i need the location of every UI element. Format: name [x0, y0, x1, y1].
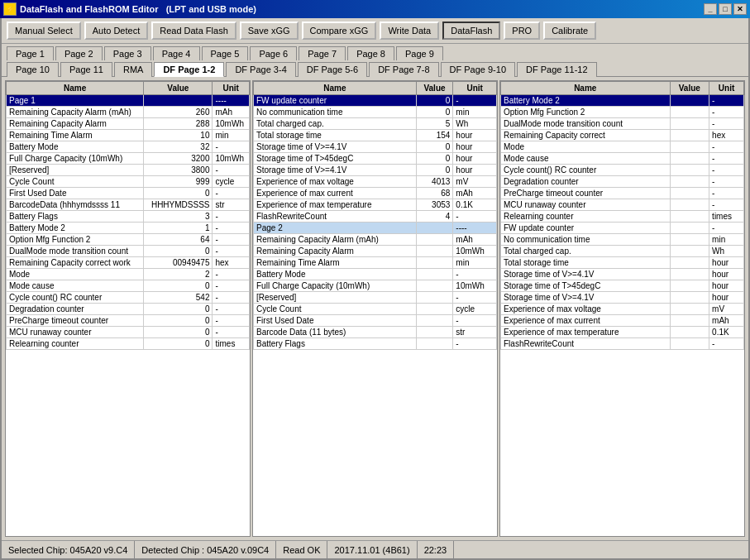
row-unit: - — [213, 246, 250, 257]
table-row: Relearning counter0times — [7, 338, 250, 350]
row-name: Experience of max current — [501, 315, 671, 327]
tab-df-page-11-12[interactable]: DF Page 11-12 — [517, 62, 597, 77]
row-name: Battery Mode — [7, 141, 144, 153]
manual-select-button[interactable]: Manual Select — [7, 22, 81, 40]
row-unit: min — [709, 234, 744, 246]
pro-button[interactable]: PRO — [504, 22, 540, 40]
row-name: Battery Mode 2 — [7, 223, 144, 234]
tab-df-page-3-4[interactable]: DF Page 3-4 — [226, 62, 295, 77]
tab-df-page-7-8[interactable]: DF Page 7-8 — [369, 62, 438, 77]
row-name: FlashRewriteCount — [501, 338, 671, 350]
status-bar: Selected Chip: 045A20 v9.C4 Detected Chi… — [2, 540, 748, 558]
tab-rma[interactable]: RMA — [114, 62, 152, 77]
table-row: Storage time of V>=4.1Vhour — [501, 292, 744, 304]
row-value — [670, 234, 709, 246]
tab-page1[interactable]: Page 1 — [7, 46, 54, 60]
row-name: Mode cause — [501, 153, 671, 165]
row-value — [670, 327, 709, 338]
row-unit: - — [709, 118, 744, 130]
row-name: [Reserved] — [7, 165, 144, 176]
row-value — [670, 153, 709, 165]
tab-df-page-1-2[interactable]: DF Page 1-2 — [154, 62, 224, 77]
maximize-button[interactable]: □ — [719, 3, 732, 15]
row-unit: - — [213, 234, 250, 246]
tabs-row2: Page 10 Page 11 RMA DF Page 1-2 DF Page … — [2, 60, 748, 76]
tab-page7[interactable]: Page 7 — [299, 46, 346, 60]
row-value — [670, 338, 709, 350]
row-unit: mAh — [213, 107, 250, 118]
table-row: Experience of max temperature0.1K — [501, 327, 744, 338]
tab-page4[interactable]: Page 4 — [153, 46, 200, 60]
row-value: 3053 — [416, 199, 453, 211]
row-name: Remaining Capacity Alarm (mAh) — [7, 107, 144, 118]
row-value — [670, 223, 709, 234]
row-name: Cycle count() RC counter — [7, 292, 144, 304]
table-row: Remaining Capacity correct work00949475h… — [7, 257, 250, 269]
row-unit: times — [709, 211, 744, 223]
row-name: DualMode mode transition count — [501, 118, 671, 130]
detected-chip: Detected Chip : 045A20 v.09C4 — [135, 541, 276, 558]
selected-chip: Selected Chip: 045A20 v9.C4 — [2, 541, 135, 558]
table-row: Mode cause- — [501, 153, 744, 165]
tab-page8[interactable]: Page 8 — [347, 46, 394, 60]
table-row: Remaining Capacity Alarm (mAh)260mAh — [7, 107, 250, 118]
dataflash-button[interactable]: DataFlash — [442, 22, 500, 40]
auto-detect-button[interactable]: Auto Detect — [84, 22, 148, 40]
row-name: Relearning counter — [501, 211, 671, 223]
tab-page10[interactable]: Page 10 — [7, 62, 59, 77]
row-name: No communication time — [254, 107, 417, 118]
table-row: FlashRewriteCount4- — [254, 211, 497, 223]
tab-page11[interactable]: Page 11 — [60, 62, 112, 77]
tab-df-page-9-10[interactable]: DF Page 9-10 — [441, 62, 515, 77]
table-row: Experience of max current68mAh — [254, 188, 497, 199]
row-value: 3200 — [144, 153, 213, 165]
minimize-button[interactable]: _ — [704, 3, 717, 15]
row-unit: ---- — [213, 95, 250, 107]
tab-page6[interactable]: Page 6 — [250, 46, 297, 60]
table-row: Total charged cap.Wh — [501, 246, 744, 257]
row-unit: 0.1K — [709, 327, 744, 338]
row-value: HHHYMDSSSS — [144, 199, 213, 211]
row-value: 00949475 — [144, 257, 213, 269]
tab-page9[interactable]: Page 9 — [396, 46, 443, 60]
calibrate-button[interactable]: Calibrate — [543, 22, 596, 40]
table-row: Total charged cap.5Wh — [254, 118, 497, 130]
content-area: Name Value Unit Page 1----Remaining Capa… — [2, 76, 748, 540]
row-name: Experience of max current — [254, 188, 417, 199]
read-data-flash-button[interactable]: Read Data Flash — [151, 22, 236, 40]
row-value — [670, 304, 709, 315]
row-unit: - — [453, 211, 497, 223]
row-value: 0 — [416, 153, 453, 165]
col-value-2: Value — [416, 82, 453, 95]
save-xgg-button[interactable]: Save xGG — [240, 22, 299, 40]
row-value: 1 — [144, 223, 213, 234]
tab-page3[interactable]: Page 3 — [104, 46, 151, 60]
row-name: Full Charge Capacity (10mWh) — [7, 153, 144, 165]
close-button[interactable]: ✕ — [733, 3, 747, 15]
row-unit: - — [709, 107, 744, 118]
row-value: 0 — [144, 246, 213, 257]
row-name: FW update counter — [501, 223, 671, 234]
row-value — [670, 141, 709, 153]
row-value — [416, 246, 453, 257]
table-row: First Used Date0- — [7, 188, 250, 199]
row-name: Remaining Capacity correct work — [7, 257, 144, 269]
table-row: FlashRewriteCount- — [501, 338, 744, 350]
row-value: 0 — [144, 188, 213, 199]
tab-df-page-5-6[interactable]: DF Page 5-6 — [298, 62, 367, 77]
compare-xgg-button[interactable]: Compare xGG — [302, 22, 377, 40]
table-row: Degradation counter0- — [7, 304, 250, 315]
row-value: 0 — [416, 141, 453, 153]
row-value: 4013 — [416, 176, 453, 188]
table-row: First Used Date- — [254, 315, 497, 327]
tab-page5[interactable]: Page 5 — [202, 46, 249, 60]
table-row: Battery Mode 2- — [501, 95, 744, 107]
table-row: Battery Mode32- — [7, 141, 250, 153]
tab-page2[interactable]: Page 2 — [55, 46, 103, 60]
row-value: 2 — [144, 269, 213, 280]
row-value: 288 — [144, 118, 213, 130]
row-unit: 0.1K — [453, 199, 497, 211]
row-name: Battery Flags — [7, 211, 144, 223]
row-value: 3800 — [144, 165, 213, 176]
write-data-button[interactable]: Write Data — [380, 22, 439, 40]
